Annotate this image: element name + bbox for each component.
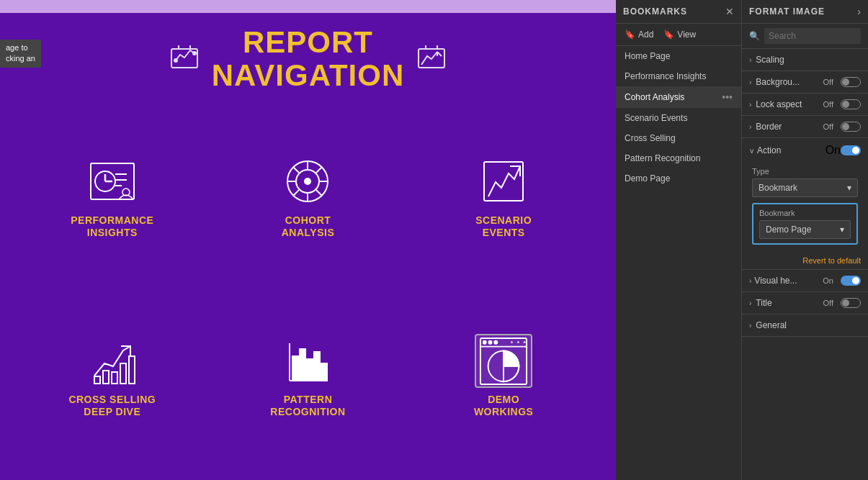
pattern-recognition-label: PATTERN RECOGNITION <box>270 394 345 418</box>
visual-he-status: On <box>823 276 833 285</box>
bm-item-scenario-events[interactable]: Scenario Events ••• <box>616 108 741 128</box>
action-label: Action <box>757 145 826 155</box>
background-chevron-icon: › <box>749 78 751 86</box>
title-status: Off <box>823 299 833 307</box>
bm-item-pattern-recognition[interactable]: Pattern Recognition ••• <box>616 148 741 168</box>
background-row[interactable]: › Backgrou... Off <box>742 71 868 93</box>
header-icon-left <box>170 43 199 75</box>
format-image-header: FORMAT IMAGE › <box>742 0 868 24</box>
format-image-title: FORMAT IMAGE <box>749 6 825 17</box>
svg-rect-39 <box>300 349 305 381</box>
bm-item-cross-selling[interactable]: Cross Selling ••• <box>616 128 741 148</box>
bookmarks-actions: 🔖 Add 🔖 View <box>616 24 741 46</box>
title-section: › Title Off <box>742 292 868 314</box>
svg-rect-41 <box>314 352 320 381</box>
nav-item-cross-selling[interactable]: CROSS SELLING DEEP DIVE <box>14 286 210 466</box>
background-toggle[interactable] <box>841 77 861 87</box>
type-row: Type Bookmark ▾ <box>752 167 858 197</box>
title-row[interactable]: › Title Off <box>742 292 868 314</box>
bm-item-performance-insights[interactable]: Performance Insights ••• <box>616 66 741 86</box>
svg-rect-34 <box>120 363 126 384</box>
general-chevron-icon: › <box>749 322 751 330</box>
visual-he-chevron-icon: › <box>749 277 751 285</box>
header-icon-right <box>417 43 446 75</box>
bm-item-cohort-analysis[interactable]: Cohort Analysis ••• <box>616 86 741 108</box>
action-header-row[interactable]: ∨ Action On <box>742 138 868 163</box>
format-panel-chevron[interactable]: › <box>857 6 861 17</box>
svg-point-1 <box>174 59 177 62</box>
scenario-events-label: SCENARIO EVENTS <box>475 214 532 239</box>
nav-item-cohort-analysis[interactable]: COHORT ANALYSIS <box>210 107 406 286</box>
background-label: Backgrou... <box>756 77 820 87</box>
nav-item-scenario-events[interactable]: SCENARIO EVENTS <box>406 107 601 286</box>
nav-item-pattern-recognition[interactable]: PATTERN RECOGNITION <box>210 286 406 466</box>
lock-aspect-chevron-icon: › <box>749 101 751 109</box>
bookmarks-list: Home Page ••• Performance Insights ••• C… <box>616 46 741 480</box>
bm-item-demo-page[interactable]: Demo Page ••• <box>616 168 741 189</box>
lock-aspect-toggle[interactable] <box>841 99 861 109</box>
bookmark-dropdown[interactable]: Demo Page ▾ <box>759 220 851 239</box>
bookmark-dropdown-chevron-icon: ▾ <box>840 225 844 235</box>
add-icon: 🔖 <box>625 30 635 40</box>
cross-selling-icon <box>84 334 141 388</box>
border-section: › Border Off <box>742 116 868 138</box>
bookmarks-close-button[interactable]: ✕ <box>725 6 734 17</box>
report-header: REPORT NAVIGATION <box>0 26 616 92</box>
format-search-input[interactable] <box>764 28 861 44</box>
visual-he-toggle[interactable] <box>841 276 861 286</box>
bookmarks-title: BOOKMARKS <box>623 6 687 17</box>
title-toggle[interactable] <box>841 298 861 308</box>
format-search-area: 🔍 <box>742 24 868 49</box>
title-label: Title <box>756 298 820 308</box>
bookmarks-header: BOOKMARKS ✕ <box>616 0 741 24</box>
border-row[interactable]: › Border Off <box>742 116 868 137</box>
performance-insights-icon <box>84 155 141 209</box>
scaling-row[interactable]: › Scaling <box>742 49 868 71</box>
type-dropdown-chevron-icon: ▾ <box>847 183 851 193</box>
cohort-analysis-label: COHORT ANALYSIS <box>282 214 335 239</box>
svg-rect-40 <box>307 359 313 381</box>
background-section: › Backgrou... Off <box>742 71 868 94</box>
svg-line-25 <box>293 167 299 173</box>
svg-rect-38 <box>292 356 298 381</box>
bookmarks-view-button[interactable]: 🔖 View <box>663 30 696 40</box>
action-status: On <box>826 144 841 157</box>
svg-rect-42 <box>321 363 327 381</box>
cross-selling-label: CROSS SELLING DEEP DIVE <box>68 394 156 418</box>
type-dropdown[interactable]: Bookmark ▾ <box>752 178 858 197</box>
svg-point-2 <box>193 52 196 55</box>
svg-point-45 <box>483 340 486 343</box>
border-chevron-icon: › <box>749 123 751 131</box>
general-section: › General <box>742 314 868 337</box>
lock-aspect-label: Lock aspect <box>756 99 820 109</box>
scaling-chevron-icon: › <box>749 56 751 64</box>
background-status: Off <box>823 78 833 86</box>
svg-rect-33 <box>112 372 117 384</box>
performance-insights-label: PERFORMANCE INSIGHTS <box>71 214 153 239</box>
tooltip-box: age to cking an <box>0 40 41 68</box>
title-chevron-icon: › <box>749 299 751 307</box>
type-label: Type <box>752 167 858 176</box>
general-row[interactable]: › General <box>742 314 868 336</box>
scaling-label: Scaling <box>756 55 861 65</box>
svg-rect-35 <box>129 356 135 384</box>
scaling-section: › Scaling <box>742 49 868 71</box>
revert-to-default-link[interactable]: Revert to default <box>742 252 868 269</box>
report-title: REPORT NAVIGATION <box>212 26 404 92</box>
lock-aspect-row[interactable]: › Lock aspect Off <box>742 94 868 115</box>
search-icon: 🔍 <box>749 31 760 41</box>
bookmark-row: Bookmark Demo Page ▾ <box>752 203 858 245</box>
nav-item-demo-workings[interactable]: • • • DEMO WORKINGS <box>406 286 601 466</box>
nav-item-performance-insights[interactable]: PERFORMANCE INSIGHTS <box>14 107 210 286</box>
svg-rect-31 <box>94 376 100 384</box>
format-image-panel: FORMAT IMAGE › 🔍 › Scaling › Backgrou...… <box>742 0 868 480</box>
nav-grid: PERFORMANCE INSIGHTS <box>0 99 616 480</box>
bm-item-home-page[interactable]: Home Page ••• <box>616 46 741 66</box>
cohort-analysis-icon <box>279 155 336 209</box>
action-toggle[interactable] <box>841 145 861 155</box>
svg-point-46 <box>489 340 492 343</box>
svg-line-27 <box>316 167 322 173</box>
svg-rect-32 <box>103 371 109 384</box>
bookmarks-add-button[interactable]: 🔖 Add <box>625 30 653 40</box>
border-toggle[interactable] <box>841 122 861 132</box>
